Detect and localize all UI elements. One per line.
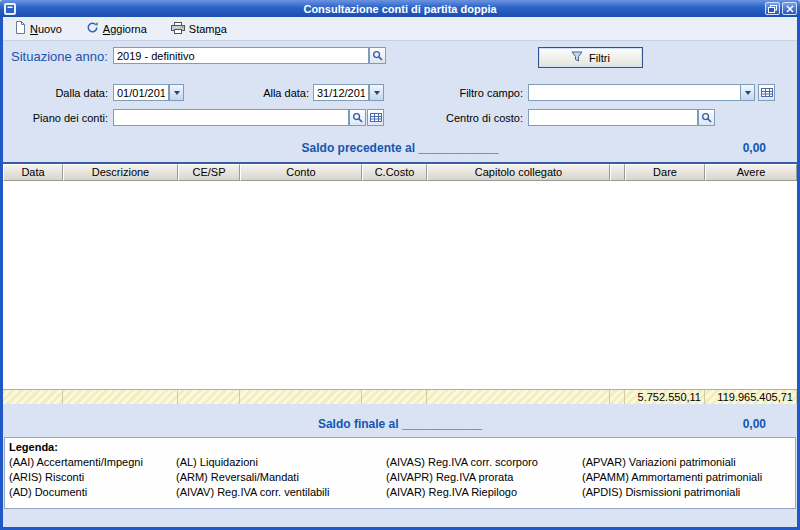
legend-item: (AIVAS) Reg.IVA corr. scorporo xyxy=(386,455,582,469)
piano-conti-input[interactable] xyxy=(113,109,349,126)
nuovo-label: Nuovo xyxy=(30,23,62,35)
table-header: Data Descrizione CE/SP Conto C.Costo Cap… xyxy=(3,164,797,181)
filtri-button[interactable]: Filtri xyxy=(538,47,643,68)
print-icon xyxy=(171,22,185,36)
filtri-label: Filtri xyxy=(589,52,610,64)
close-icon xyxy=(786,5,794,13)
piano-conti-label: Piano dei conti: xyxy=(11,112,108,124)
stampa-button[interactable]: Stampa xyxy=(165,19,233,39)
legend-item: (APDIS) Dismissioni patrimoniali xyxy=(582,485,795,499)
column-header-dare[interactable]: Dare xyxy=(625,164,705,181)
chevron-down-icon xyxy=(374,91,380,95)
filtro-campo-grid-button[interactable] xyxy=(758,84,775,101)
legend-item: (AIVAR) Reg.IVA Riepilogo xyxy=(386,485,582,499)
chevron-down-icon xyxy=(745,91,751,95)
results-table: Data Descrizione CE/SP Conto C.Costo Cap… xyxy=(3,162,797,404)
total-dare: 5.752.550,11 xyxy=(625,390,705,404)
stampa-label: Stampa xyxy=(189,23,227,35)
piano-conti-search-button[interactable] xyxy=(349,109,366,126)
legend-item: (ARIS) Risconti xyxy=(9,470,176,484)
saldo-precedente-label: Saldo precedente al ____________ xyxy=(0,141,800,155)
centro-costo-input[interactable] xyxy=(528,109,698,126)
centro-costo-label: Centro di costo: xyxy=(423,112,523,124)
dalla-data-label: Dalla data: xyxy=(11,87,108,99)
legend-panel: Legenda: (AAI) Accertamenti/Impegni (AL)… xyxy=(4,437,796,509)
column-header-conto[interactable]: Conto xyxy=(240,164,362,181)
column-header-data[interactable]: Data xyxy=(3,164,63,181)
window-controls xyxy=(765,2,797,15)
restore-icon xyxy=(768,5,777,13)
centro-costo-search-button[interactable] xyxy=(698,109,715,126)
new-document-icon xyxy=(14,21,26,36)
aggiorna-label: Aggiorna xyxy=(103,23,147,35)
search-icon xyxy=(352,112,363,123)
app-window: Consultazione conti di partita doppia Nu… xyxy=(0,0,800,530)
close-button[interactable] xyxy=(782,2,797,15)
column-header-capitolo-collegato[interactable]: Capitolo collegato xyxy=(427,164,610,181)
search-icon xyxy=(701,112,712,123)
aggiorna-button[interactable]: Aggiorna xyxy=(80,18,153,39)
total-avere: 119.965.405,71 xyxy=(705,390,797,404)
legend-item: (AIVAV) Reg.IVA corr. ventilabili xyxy=(176,485,386,499)
app-icon xyxy=(3,2,16,15)
legend-item: (APVAR) Variazioni patrimoniali xyxy=(582,455,795,469)
filtro-campo-dropdown-button[interactable] xyxy=(740,84,755,101)
nuovo-button[interactable]: Nuovo xyxy=(8,18,68,39)
legend-title: Legenda: xyxy=(5,438,795,455)
legend-item: (AL) Liquidazioni xyxy=(176,455,386,469)
legend-item: (AIVAPR) Reg.IVA prorata xyxy=(386,470,582,484)
alla-data-dropdown-button[interactable] xyxy=(369,84,384,101)
legend-item: (APAMM) Ammortamenti patrimoniali xyxy=(582,470,795,484)
column-header-cesp[interactable]: CE/SP xyxy=(178,164,240,181)
chevron-down-icon xyxy=(174,91,180,95)
piano-conti-grid-button[interactable] xyxy=(367,109,384,126)
toolbar: Nuovo Aggiorna Stampa xyxy=(3,17,797,41)
dalla-data-dropdown-button[interactable] xyxy=(169,84,184,101)
grid-edit-icon xyxy=(761,87,773,98)
situazione-anno-input[interactable] xyxy=(113,47,369,64)
legend-item: (ARM) Reversali/Mandati xyxy=(176,470,386,484)
saldo-precedente-value: 0,00 xyxy=(743,141,766,155)
legend-grid: (AAI) Accertamenti/Impegni (AL) Liquidaz… xyxy=(5,455,795,499)
situazione-anno-search-button[interactable] xyxy=(369,47,386,64)
column-header-avere[interactable]: Avere xyxy=(705,164,797,181)
filter-icon xyxy=(571,51,583,64)
table-body xyxy=(3,181,797,389)
filtro-campo-label: Filtro campo: xyxy=(423,87,523,99)
window-title: Consultazione conti di partita doppia xyxy=(0,3,800,15)
titlebar[interactable]: Consultazione conti di partita doppia xyxy=(0,0,800,17)
legend-item: (AD) Documenti xyxy=(9,485,176,499)
legend-item: (AAI) Accertamenti/Impegni xyxy=(9,455,176,469)
column-header-ccosto[interactable]: C.Costo xyxy=(362,164,427,181)
filtro-campo-input[interactable] xyxy=(528,84,741,101)
situazione-anno-label: Situazione anno: xyxy=(11,49,108,64)
search-icon xyxy=(372,50,383,61)
restore-button[interactable] xyxy=(765,2,780,15)
dalla-data-input[interactable] xyxy=(113,84,169,101)
column-header-descrizione[interactable]: Descrizione xyxy=(63,164,178,181)
refresh-icon xyxy=(86,21,99,36)
alla-data-input[interactable] xyxy=(313,84,369,101)
saldo-finale-label: Saldo finale al ____________ xyxy=(0,417,800,431)
column-header-blank xyxy=(610,164,625,181)
alla-data-label: Alla data: xyxy=(233,87,309,99)
saldo-finale-value: 0,00 xyxy=(743,417,766,431)
totals-row: 5.752.550,11 119.965.405,71 xyxy=(3,389,797,404)
grid-edit-icon xyxy=(370,112,382,123)
window-frame-left xyxy=(0,17,3,530)
